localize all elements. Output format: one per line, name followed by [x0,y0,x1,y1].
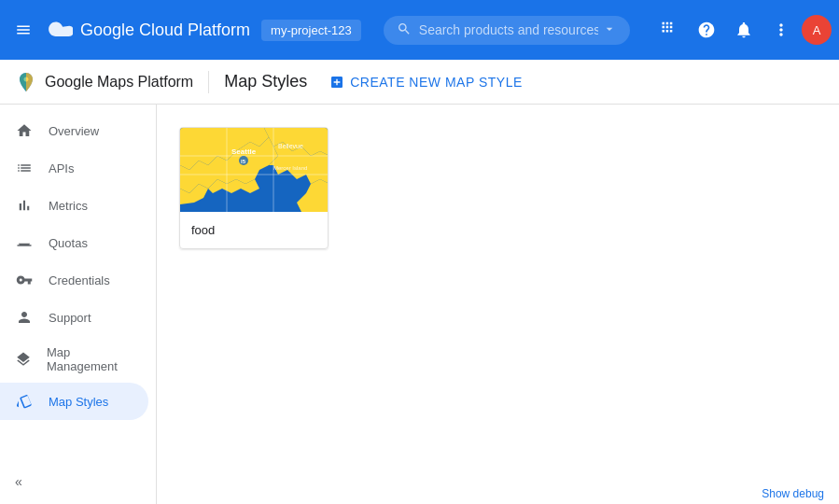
map-thumbnail-food: Seattle Bellevue Mercer Island I5 [180,128,329,212]
secondary-nav: Google Maps Platform Map Styles CREATE N… [0,60,839,105]
show-debug-btn[interactable]: Show debug [747,483,839,504]
svg-text:I5: I5 [241,159,246,164]
sidebar-item-support[interactable]: Support [0,299,148,336]
create-new-map-style-button[interactable]: CREATE NEW MAP STYLE [322,71,530,93]
search-icon [397,21,412,39]
search-dropdown-icon[interactable] [602,21,617,39]
sidebar-item-overview[interactable]: Overview [0,112,148,149]
sidebar-label-credentials: Credentials [49,273,110,287]
map-style-name-food: food [180,212,328,248]
sidebar-label-map-styles: Map Styles [49,395,108,409]
notifications-icon-btn[interactable] [727,13,761,47]
avatar[interactable]: A [802,15,832,45]
map-style-card-food[interactable]: Seattle Bellevue Mercer Island I5 food [179,127,329,249]
menu-icon[interactable] [7,14,39,46]
svg-text:Mercer Island: Mercer Island [273,165,307,171]
sidebar-label-metrics: Metrics [49,199,88,213]
page-title: Map Styles [224,72,307,91]
sidebar-label-quotas: Quotas [49,236,88,250]
sidebar-item-metrics[interactable]: Metrics [0,187,148,224]
layers-icon [15,350,32,369]
brand-name: Google Maps Platform [45,74,193,91]
svg-text:Seattle: Seattle [231,147,257,156]
apps-icon-btn[interactable] [652,13,686,47]
style-icon [15,392,34,411]
app-logo: Google Cloud Platform [47,21,250,40]
search-input[interactable] [419,22,598,37]
page-title-section: Map Styles CREATE NEW MAP STYLE [208,71,530,93]
list-icon [15,159,34,177]
brand-logo: Google Maps Platform [15,71,193,93]
sidebar-item-map-styles[interactable]: Map Styles [0,383,148,420]
more-icon-btn[interactable] [764,13,798,47]
sidebar-item-quotas[interactable]: Quotas [0,224,148,261]
top-bar-actions: A [652,13,832,47]
sidebar-item-credentials[interactable]: Credentials [0,261,148,299]
sidebar: Overview APIs Metrics Quotas Credentials [0,105,157,504]
svg-text:Bellevue: Bellevue [278,143,303,149]
sidebar-label-overview: Overview [49,124,99,138]
help-icon-btn[interactable] [690,13,723,47]
sidebar-item-map-management[interactable]: Map Management [0,336,148,383]
person-icon [15,308,34,327]
sidebar-label-support: Support [49,311,91,325]
top-nav-bar: Google Cloud Platform my-project-123 A [0,0,839,60]
bar-chart-icon [15,196,34,215]
main-layout: Overview APIs Metrics Quotas Credentials [0,105,839,504]
account-selector[interactable]: my-project-123 [261,20,361,41]
home-icon [15,121,34,140]
sidebar-collapse-btn[interactable]: « [15,474,22,489]
sidebar-label-apis: APIs [49,161,74,175]
search-bar[interactable] [384,16,630,45]
svg-marker-7 [208,179,259,193]
create-btn-label: CREATE NEW MAP STYLE [350,75,523,90]
monitor-icon [15,233,34,252]
key-icon [15,271,34,289]
content-area: Seattle Bellevue Mercer Island I5 food [157,105,839,504]
sidebar-label-map-management: Map Management [47,345,133,373]
sidebar-item-apis[interactable]: APIs [0,149,148,187]
map-thumbnail-svg: Seattle Bellevue Mercer Island I5 [180,128,329,212]
app-name-label: Google Cloud Platform [80,21,250,40]
